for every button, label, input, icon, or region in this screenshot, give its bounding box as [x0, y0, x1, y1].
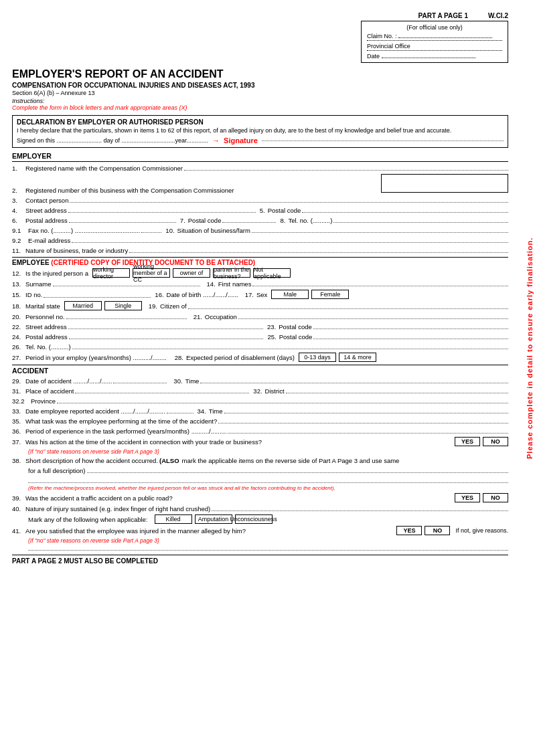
- employer-item-3: 3. Contact person: [12, 196, 508, 204]
- date-line: Date: [367, 53, 502, 60]
- decl-body: I hereby declare that the particulars, s…: [17, 127, 504, 134]
- employee-title: EMPLOYEE (CERTIFIED COPY OF IDENTITY DOC…: [12, 259, 508, 266]
- employer-item-4-5: 4. Street address 5. Postal code: [12, 206, 508, 214]
- declaration-box: DECLARATION BY EMPLOYER OR AUTHORISED PE…: [12, 115, 508, 148]
- employer-title: EMPLOYER: [12, 152, 508, 162]
- claim-line: Claim No. :: [367, 33, 502, 41]
- official-title: (For official use only): [367, 24, 502, 31]
- option-14-more[interactable]: 14 & more: [339, 353, 376, 362]
- employer-item-9-2: 9.2 E-mail address: [12, 236, 508, 244]
- employer-item-11: 11. Nature of business, trade or industr…: [12, 246, 508, 254]
- accident-item-39: 39. Was the accident a traffic accident …: [12, 493, 508, 502]
- accident-item-37: 37. Was his action at the time of the ac…: [12, 437, 508, 455]
- part-label: PART A PAGE 1: [418, 12, 468, 19]
- item41-yes[interactable]: YES: [396, 526, 422, 535]
- employer-item-1: 1. Registered name with the Compensation…: [12, 164, 508, 172]
- employer-item-6-7-8: 6. Postal address 7. Postal code 8. Tel.…: [12, 216, 508, 224]
- footer: PART A PAGE 2 MUST ALSO BE COMPLETED: [12, 555, 508, 565]
- option-married[interactable]: Married: [64, 301, 102, 310]
- accident-item-36: 36. Period of experience in the task per…: [12, 427, 508, 435]
- item41-no[interactable]: NO: [425, 526, 450, 535]
- signed-text: Signed on this .........................…: [17, 137, 208, 144]
- option-amputation[interactable]: Amputation: [195, 514, 232, 524]
- accident-item-35: 35. What task was the employee performin…: [12, 417, 508, 425]
- employer-section: EMPLOYER 1. Registered name with the Com…: [12, 152, 508, 254]
- accident-title: ACCIDENT: [12, 367, 508, 375]
- option-single[interactable]: Single: [104, 301, 142, 310]
- employee-item-18-19: 18. Marital state Married Single 19. Cit…: [12, 301, 508, 310]
- instructions-text: Complete the form in block letters and m…: [12, 104, 508, 111]
- employer-item-9-10: 9.1 Fax no. (..........) ...............…: [12, 226, 508, 234]
- option-0-13-days[interactable]: 0-13 days: [299, 353, 336, 362]
- official-use-box: (For official use only) Claim No. : Prov…: [361, 21, 508, 63]
- wc-label: W.Cl.2: [488, 12, 508, 19]
- arrow-icon: →: [212, 136, 220, 145]
- accident-item-41: 41. Are you satisfied that the employee …: [12, 526, 508, 551]
- side-text: Please complete in detail to ensure earl…: [526, 214, 534, 482]
- option-owner[interactable]: owner of: [173, 268, 210, 278]
- employee-item-26: 26. Tel. No. (..........): [12, 343, 508, 351]
- item39-yes[interactable]: YES: [455, 493, 480, 502]
- item37-no[interactable]: NO: [483, 437, 508, 446]
- option-working-director[interactable]: working director: [92, 268, 130, 278]
- option-female[interactable]: Female: [311, 290, 349, 299]
- employee-item-12: 12. Is the injured person a working dire…: [12, 268, 508, 278]
- item39-no[interactable]: NO: [483, 493, 508, 502]
- option-killed[interactable]: Killed: [155, 514, 192, 524]
- employer-item-2: 2. Registered number of this business wi…: [12, 174, 508, 194]
- employee-item-15-16-17: 15. ID no. 16. Date of birth ....../....…: [12, 290, 508, 299]
- item37-yes[interactable]: YES: [455, 437, 480, 446]
- main-title: EMPLOYER'S REPORT OF AN ACCIDENT: [12, 68, 508, 80]
- sub-title: COMPENSATION FOR OCCUPATIONAL INJURIES A…: [12, 82, 508, 89]
- accident-item-40: 40. Nature of injury sustained (e.g. ind…: [12, 504, 508, 524]
- option-partner[interactable]: partner in the business?: [213, 268, 250, 278]
- option-male[interactable]: Male: [271, 290, 309, 299]
- option-not-applicable[interactable]: Not applicable: [253, 268, 291, 278]
- employee-item-22-23: 22. Street address 23. Postal code: [12, 322, 508, 330]
- signature-label: Signature: [224, 136, 258, 145]
- accident-item-38: 38. Short description of how the acciden…: [12, 457, 508, 491]
- accident-section: ACCIDENT 29. Date of accident ......../.…: [12, 365, 508, 551]
- option-unconsciousness[interactable]: Unconsciousness: [235, 514, 273, 524]
- employee-item-20-21: 20. Personnel no. 21. Occupation: [12, 312, 508, 320]
- employee-item-24-25: 24. Postal address 25. Postal code: [12, 333, 508, 341]
- employee-item-13-14: 13. Surname 14. First names: [12, 280, 508, 288]
- accident-item-31-32: 31. Place of accident 32. District: [12, 387, 508, 395]
- instructions-label: Instructions:: [12, 98, 508, 104]
- accident-item-33-34: 33. Date employee reported accident ....…: [12, 407, 508, 415]
- accident-item-29-30: 29. Date of accident ......../....../...…: [12, 377, 508, 385]
- accident-item-32-2: 32.2 Province: [12, 397, 508, 405]
- employee-item-27-28: 27. Period in your employ (years/months)…: [12, 353, 508, 362]
- employee-section: EMPLOYEE (CERTIFIED COPY OF IDENTITY DOC…: [12, 257, 508, 362]
- section-line: Section 6(A) (b) – Annexure 13: [12, 90, 508, 96]
- decl-header: DECLARATION BY EMPLOYER OR AUTHORISED PE…: [17, 118, 504, 126]
- option-working-member[interactable]: working member of a CC: [133, 268, 170, 278]
- provincial-line: Provincial Office: [367, 43, 502, 51]
